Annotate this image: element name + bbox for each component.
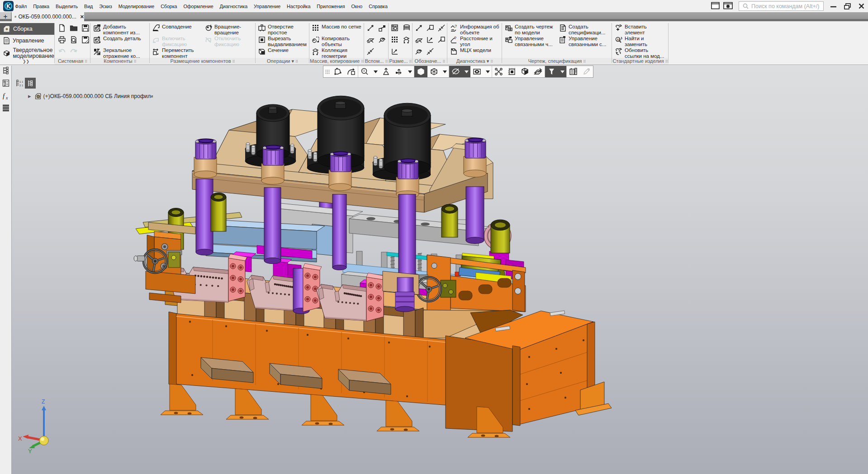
svg-text:1 1: 1 1 xyxy=(19,80,23,83)
svg-text:Z: Z xyxy=(42,399,45,405)
svg-text:?: ? xyxy=(455,24,457,28)
svg-text:Y: Y xyxy=(28,448,32,455)
svg-text:X: X xyxy=(18,435,22,442)
svg-text:АБ: АБ xyxy=(617,38,621,41)
svg-text:2 1 2: 2 1 2 xyxy=(19,84,23,87)
svg-text:f: f xyxy=(3,92,5,99)
svg-text:x: x xyxy=(5,95,8,100)
